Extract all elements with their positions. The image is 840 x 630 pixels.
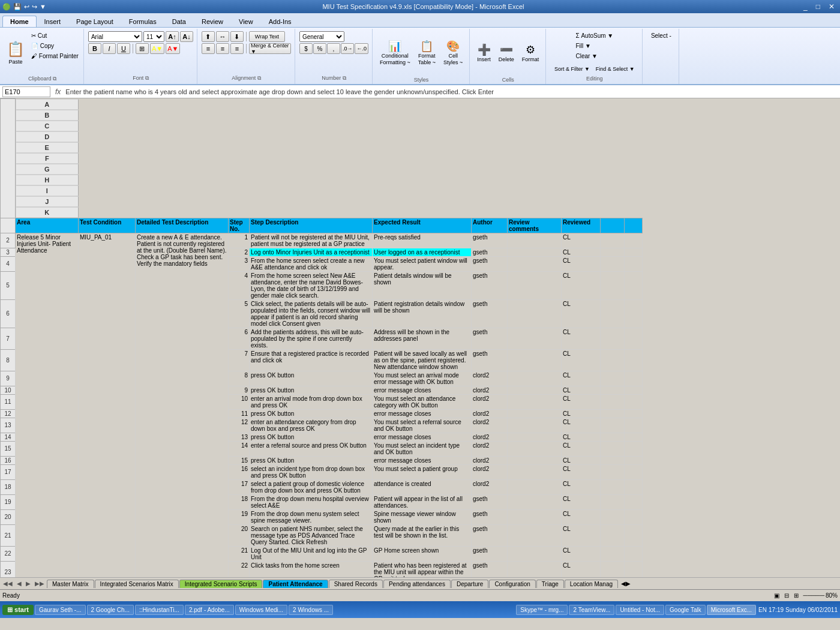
quick-access-undo[interactable]: ↩ — [24, 3, 29, 11]
cell-f17[interactable]: You must select a patient group — [373, 464, 472, 479]
cell-i10[interactable]: CL — [562, 386, 601, 394]
cell-styles-button[interactable]: 🎨 CellStyles ~ — [440, 31, 466, 74]
cell-k18[interactable] — [625, 479, 643, 494]
cell-e12[interactable]: press OK button — [250, 409, 373, 418]
cell-k15[interactable] — [625, 441, 643, 456]
close-button[interactable]: ✕ — [826, 2, 838, 11]
taskbar-item-5[interactable]: Windows Medi... — [235, 605, 287, 615]
cell-k13[interactable] — [625, 418, 643, 433]
taskbar-item-6[interactable]: 2 Windows ... — [289, 605, 333, 615]
cell-k17[interactable] — [625, 464, 643, 479]
align-left-btn[interactable]: ≡ — [202, 43, 215, 54]
cell-h23[interactable] — [508, 561, 562, 577]
cell-k8[interactable] — [625, 349, 643, 371]
view-preview-btn[interactable]: ⊞ — [794, 592, 799, 599]
cell-h3[interactable] — [508, 248, 562, 256]
cell-e4[interactable]: From the home screen select create a new… — [250, 256, 373, 271]
cell-j15[interactable] — [601, 441, 625, 456]
cell-d23[interactable]: 22 — [229, 561, 250, 577]
cell-i2[interactable]: CL — [562, 233, 601, 248]
cell-e18[interactable]: select a patient group of domestic viole… — [250, 479, 373, 494]
align-right-btn[interactable]: ≡ — [230, 43, 244, 54]
percent-btn[interactable]: % — [313, 43, 326, 54]
cell-j6[interactable] — [601, 299, 625, 328]
format-button[interactable]: ⚙ Format — [519, 31, 542, 74]
cell-d20[interactable]: 19 — [229, 509, 250, 524]
decrease-decimal-btn[interactable]: ←.0 — [355, 43, 368, 54]
cell-f8[interactable]: Patient will be saved locally as well as… — [373, 349, 472, 371]
sheet-scroll-next[interactable]: ▶ — [24, 580, 32, 587]
number-format-select[interactable]: General — [299, 31, 344, 42]
cell-h9[interactable] — [508, 371, 562, 386]
quick-access-redo[interactable]: ↪ — [32, 3, 37, 11]
cell-k10[interactable] — [625, 386, 643, 394]
cell-f10[interactable]: error message closes — [373, 386, 472, 394]
cell-i22[interactable]: CL — [562, 546, 601, 561]
cell-h12[interactable] — [508, 409, 562, 418]
cell-d8[interactable]: 7 — [229, 349, 250, 371]
cell-h8[interactable] — [508, 349, 562, 371]
cell-g14[interactable]: clord2 — [472, 433, 508, 441]
cell-i6[interactable]: CL — [562, 299, 601, 328]
cell-f12[interactable]: error message closes — [373, 409, 472, 418]
cell-f11[interactable]: You must select an attendance category w… — [373, 394, 472, 409]
cell-i19[interactable]: CL — [562, 494, 601, 509]
cell-h7[interactable] — [508, 328, 562, 349]
cell-f2[interactable]: Pre-reqs satisfied — [373, 233, 472, 248]
cell-d21[interactable]: 20 — [229, 524, 250, 546]
cell-g7[interactable]: gseth — [472, 328, 508, 349]
cell-i7[interactable]: CL — [562, 328, 601, 349]
cell-f19[interactable]: Patient will appear in the list of all a… — [373, 494, 472, 509]
cell-f5[interactable]: Patient details window will be shown — [373, 271, 472, 299]
cell-i16[interactable]: CL — [562, 456, 601, 464]
cell-i12[interactable]: CL — [562, 409, 601, 418]
cell-h15[interactable] — [508, 441, 562, 456]
cell-k7[interactable] — [625, 328, 643, 349]
sheet-tab-location-manag[interactable]: Location Manag — [565, 580, 618, 588]
sheet-scroll-left[interactable]: ◀◀ — [1, 580, 14, 587]
view-normal-btn[interactable]: ▣ — [774, 592, 779, 599]
cell-d15[interactable]: 14 — [229, 441, 250, 456]
find-select-button[interactable]: Find & Select ▼ — [593, 65, 637, 73]
table-container[interactable]: A B C D E F G H I J K Area T — [0, 98, 840, 577]
cell-i8[interactable]: CL — [562, 349, 601, 371]
cell-j10[interactable] — [601, 386, 625, 394]
cell-h5[interactable] — [508, 271, 562, 299]
sheet-tab-integrated-scenario-scripts[interactable]: Integrated Scenario Scripts — [179, 580, 263, 588]
cell-k3[interactable] — [625, 248, 643, 256]
align-middle-btn[interactable]: ↔ — [216, 31, 229, 42]
cell-d9[interactable]: 8 — [229, 371, 250, 386]
cell-e5[interactable]: From the home screen select New A&E atte… — [250, 271, 373, 299]
cell-g16[interactable]: clord2 — [472, 456, 508, 464]
underline-button[interactable]: U — [117, 43, 130, 54]
border-button[interactable]: ⊞ — [136, 43, 149, 54]
taskbar-tray-skype[interactable]: Skype™ - mrg... — [516, 605, 568, 615]
cell-g8[interactable]: gseth — [472, 349, 508, 371]
cell-d18[interactable]: 17 — [229, 479, 250, 494]
cell-j20[interactable] — [601, 509, 625, 524]
align-top-btn[interactable]: ⬆ — [202, 31, 215, 42]
cell-i5[interactable]: CL — [562, 271, 601, 299]
cell-k5[interactable] — [625, 271, 643, 299]
cell-e17[interactable]: select an incident type from drop down b… — [250, 464, 373, 479]
cell-reference-box[interactable] — [2, 86, 50, 97]
cell-d12[interactable]: 11 — [229, 409, 250, 418]
cell-d5[interactable]: 4 — [229, 271, 250, 299]
wrap-text-button[interactable]: Wrap Text — [249, 31, 285, 42]
cell-h14[interactable] — [508, 433, 562, 441]
cell-e15[interactable]: enter a referral source and press OK but… — [250, 441, 373, 456]
cell-g21[interactable]: gseth — [472, 524, 508, 546]
cell-g19[interactable]: gseth — [472, 494, 508, 509]
taskbar-item-4[interactable]: 2.pdf - Adobe... — [185, 605, 234, 615]
tab-page-layout[interactable]: Page Layout — [68, 16, 121, 27]
tab-addins[interactable]: Add-Ins — [261, 16, 299, 27]
increase-decimal-btn[interactable]: .0→ — [341, 43, 355, 54]
cell-e10[interactable]: press OK button — [250, 386, 373, 394]
cell-j13[interactable] — [601, 418, 625, 433]
cell-g17[interactable]: clord2 — [472, 464, 508, 479]
cell-j23[interactable] — [601, 561, 625, 577]
align-bottom-btn[interactable]: ⬇ — [230, 31, 244, 42]
cell-d22[interactable]: 21 — [229, 546, 250, 561]
cell-d14[interactable]: 13 — [229, 433, 250, 441]
sheet-scroll-arrows[interactable]: ◀▶ — [619, 580, 633, 587]
